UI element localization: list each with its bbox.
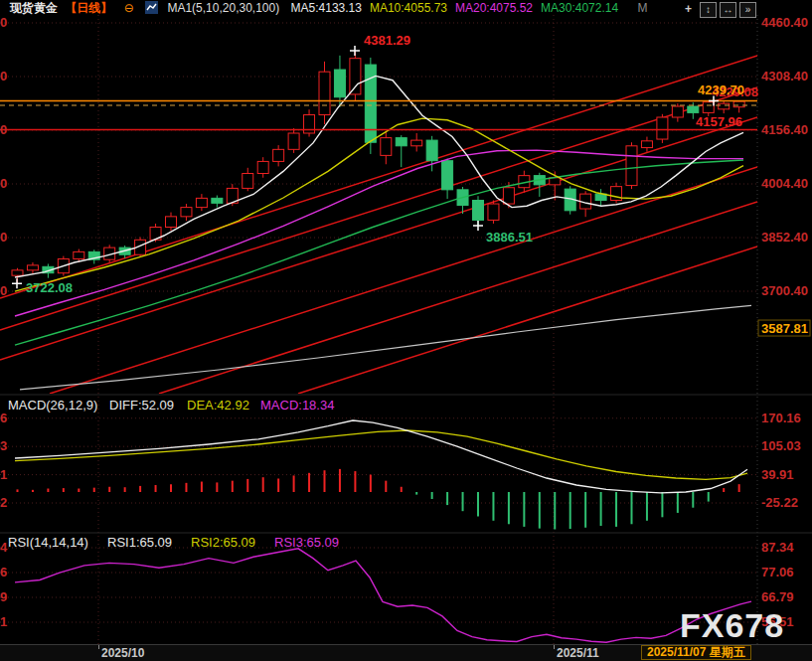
price-axis-label: 3852.40 <box>761 230 808 245</box>
symbol-name: 现货黄金 <box>10 1 58 15</box>
macd-axis-clipped-label: 2 <box>0 495 7 510</box>
time-axis-tick <box>554 645 555 649</box>
trading-app-window: 现货黄金 【日线】 ⊖ MA1(5,10,20,30,100) MA5:4133… <box>0 0 812 661</box>
candle-body <box>319 72 330 114</box>
candle-body <box>288 133 299 149</box>
rsi-axis-label: 66.79 <box>761 589 794 604</box>
watermark: FX678 <box>680 606 784 645</box>
rsi-params: RSI(14,14,14) <box>8 535 88 550</box>
price-axis-label: 4004.40 <box>761 176 808 191</box>
mode-label: M <box>637 1 647 15</box>
candle-body <box>473 201 484 221</box>
move-tool-icon[interactable]: + <box>680 2 697 18</box>
macd-axis-label: 105.03 <box>761 438 801 453</box>
extreme-marker-cross <box>12 278 22 288</box>
chart-header: 现货黄金 【日线】 ⊖ MA1(5,10,20,30,100) MA5:4133… <box>10 0 655 16</box>
extreme-marker-cross <box>350 46 360 56</box>
time-axis-label: 2025/11 <box>557 646 599 660</box>
ma-settings-label[interactable]: MA1(5,10,20,30,100) <box>167 1 279 15</box>
macd-axis-clipped-label: 3 <box>0 438 7 453</box>
candle-body <box>334 70 345 97</box>
price-annotation: 4239.70 <box>698 83 744 97</box>
candle-body <box>243 173 253 188</box>
price-axis-clipped-label: 0 <box>0 230 7 245</box>
candle-body <box>381 138 392 156</box>
candle-body <box>181 208 192 217</box>
highlighted-price-label: 3587.81 <box>761 321 808 336</box>
candle-body <box>442 161 453 190</box>
price-axis-label: 4156.40 <box>761 122 808 137</box>
main-pane <box>0 51 757 394</box>
candle-body <box>212 198 223 203</box>
ma-values: MA5:4133.13MA10:4055.73MA20:4075.52MA30:… <box>291 1 627 15</box>
rsi-axis-label: 77.06 <box>761 565 794 579</box>
candle-body <box>488 204 499 220</box>
price-annotation: 3886.51 <box>486 230 533 245</box>
macd-axis-label: -25.22 <box>761 495 798 510</box>
ma10-value: MA10:4055.73 <box>370 1 447 15</box>
rsi1-value: RSI1:65.09 <box>107 535 172 550</box>
ma20-value: MA20:4075.52 <box>455 1 533 15</box>
time-axis[interactable]: 2025/11/07 星期五 2025/102025/11 <box>0 644 812 661</box>
candle-body <box>304 115 315 133</box>
rsi-axis-clipped-label: 9 <box>0 589 7 604</box>
candle-body <box>733 101 744 107</box>
price-axis-clipped-label: 0 <box>0 15 7 30</box>
price-annotation: 4157.96 <box>696 114 742 129</box>
dea-line <box>15 430 747 479</box>
price-axis-clipped-label: 0 <box>0 176 7 191</box>
candle-body <box>703 102 714 113</box>
collapse-icon[interactable]: ⊖ <box>124 1 134 15</box>
candle-body <box>550 178 561 185</box>
candle-body <box>426 140 437 161</box>
macd-axis-clipped-label: 6 <box>0 411 7 425</box>
trend-line <box>0 87 757 330</box>
rsi2-value: RSI2:65.09 <box>191 535 255 550</box>
rsi-axis-clipped-label: 4 <box>0 540 8 555</box>
price-axis-clipped-label: 0 <box>0 122 7 137</box>
rsi-line <box>15 549 751 642</box>
extreme-marker-cross <box>473 221 483 231</box>
candle-body <box>257 161 268 173</box>
period-label: 【日线】 <box>65 1 112 15</box>
rsi3-value: RSI3:65.09 <box>274 535 339 550</box>
scale-horizontal-icon[interactable]: ↔ <box>720 2 736 18</box>
trend-line <box>298 247 757 394</box>
candle-body <box>27 265 38 270</box>
price-axis-clipped-label: 0 <box>0 283 7 298</box>
ma5-value: MA5:4133.13 <box>291 1 362 15</box>
price-chart-canvas[interactable]: 4460.4004308.4004156.4004004.4003852.400… <box>0 0 812 661</box>
rsi-axis-clipped-label: 1 <box>0 614 7 629</box>
candle-body <box>196 198 207 207</box>
macd-axis-label: 39.91 <box>761 467 794 482</box>
macd-header: MACD(26,12,9)DIFF:52.09DEA:42.92MACD:18.… <box>8 398 334 413</box>
price-axis-label: 4308.40 <box>761 69 808 83</box>
macd-value: MACD:18.34 <box>260 398 334 413</box>
candle-body <box>672 106 683 117</box>
rsi-pane <box>15 549 751 642</box>
ma10-line <box>15 118 743 291</box>
dea-value: DEA:42.92 <box>187 398 249 413</box>
pan-right-icon[interactable]: » <box>739 2 756 18</box>
candle-body <box>350 59 361 94</box>
trend-line <box>0 56 757 298</box>
rsi-header: RSI(14,14,14)RSI1:65.09RSI2:65.09RSI3:65… <box>8 535 339 550</box>
trend-line <box>159 202 757 394</box>
chart-type-icon[interactable] <box>145 1 158 14</box>
price-annotation: 4381.29 <box>364 33 410 48</box>
candle-body <box>641 141 652 148</box>
macd-params: MACD(26,12,9) <box>8 398 97 413</box>
ma30-value: MA30:4072.14 <box>541 1 618 15</box>
scale-vertical-icon[interactable]: ↕ <box>700 2 717 18</box>
macd-axis-clipped-label: 1 <box>0 467 7 482</box>
candle-body <box>503 188 514 204</box>
candle-body <box>12 270 23 275</box>
rsi-axis-clipped-label: 6 <box>0 565 7 579</box>
candle-body <box>626 146 637 186</box>
candle-body <box>688 106 699 112</box>
time-axis-label: 2025/10 <box>101 646 144 660</box>
chart-toolbar: +↕↔» <box>680 2 756 18</box>
candle-body <box>166 217 177 228</box>
candle-body <box>411 140 422 146</box>
rsi-axis-label: 87.34 <box>761 540 794 555</box>
